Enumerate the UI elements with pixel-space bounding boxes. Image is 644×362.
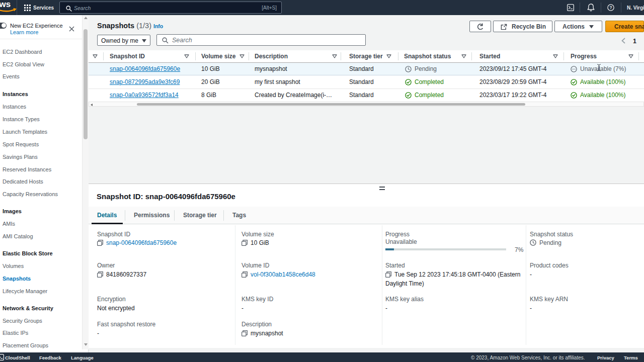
svg-text:?: ? — [609, 5, 612, 10]
